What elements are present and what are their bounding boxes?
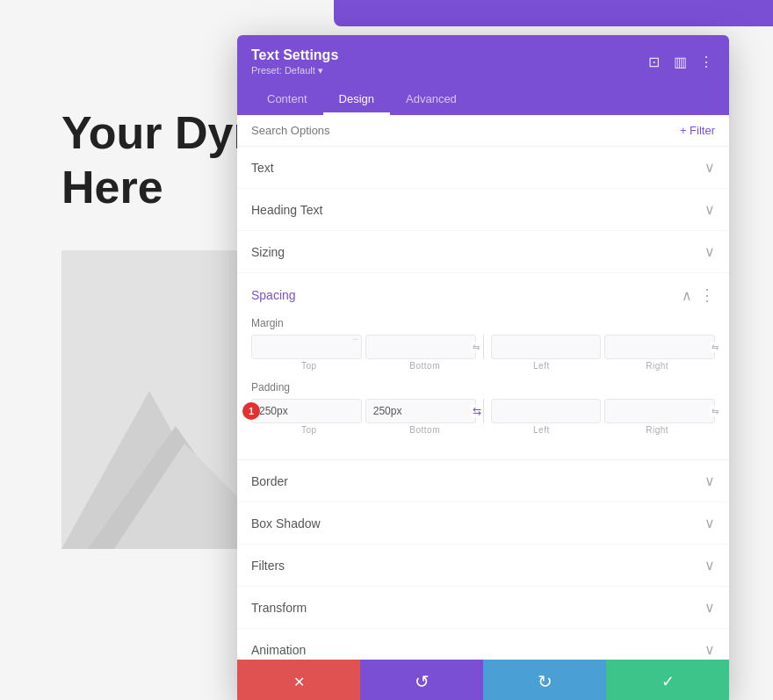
margin-bottom-label: Bottom [367, 361, 483, 371]
chevron-down-icon: ∨ [704, 243, 715, 260]
modal-header-icons: ⊡ ▥ ⋮ [645, 54, 715, 71]
chevron-down-icon: ∨ [704, 159, 715, 176]
padding-left-labels: Top Bottom [251, 425, 483, 435]
margin-right-input[interactable] [604, 335, 715, 359]
margin-bottom-input[interactable] [365, 335, 476, 359]
padding-left-wrapper [491, 399, 602, 423]
padding-bottom-input[interactable] [365, 399, 476, 423]
padding-right-wrapper [604, 399, 715, 423]
action-bar: ✕ ↺ ↻ ✓ [237, 660, 729, 700]
linked-icon[interactable]: ⇆ [471, 405, 483, 417]
redo-button[interactable]: ↻ [483, 660, 606, 700]
more-icon[interactable]: ⋮ [697, 54, 715, 71]
tab-content[interactable]: Content [251, 85, 323, 115]
padding-bottom-col-label: Bottom [367, 425, 483, 435]
padding-top-input[interactable] [251, 399, 362, 423]
margin-right-col-label: Right [599, 361, 715, 371]
padding-top-wrapper [251, 399, 362, 423]
margin-top-bottom: ⌒ ⇆ [251, 335, 476, 359]
fullscreen-icon[interactable]: ⊡ [645, 54, 662, 71]
section-heading-text[interactable]: Heading Text ∨ [237, 189, 729, 231]
save-button[interactable]: ✓ [606, 660, 729, 700]
section-box-shadow[interactable]: Box Shadow ∨ [237, 502, 729, 545]
link-icon-right: ⇆ [710, 343, 720, 352]
chevron-down-icon: ∨ [704, 473, 715, 489]
filter-button[interactable]: + Filter [680, 124, 715, 137]
modal-title: Text Settings [251, 47, 338, 63]
section-border[interactable]: Border ∨ [237, 460, 729, 502]
more-options-icon[interactable]: ⋮ [699, 285, 715, 305]
padding-link-icon: ⇆ [710, 407, 720, 416]
padding-right-labels: Left Right [484, 425, 716, 435]
margin-top-wrapper: ⌒ [251, 335, 362, 359]
margin-left-right: ⇆ [491, 335, 716, 359]
padding-col-labels: Top Bottom Left Right [251, 425, 715, 435]
hero-text: Your Dyn Here [61, 105, 261, 215]
padding-left-col-label: Left [484, 425, 600, 435]
chevron-down-icon: ∨ [704, 201, 715, 218]
chevron-down-icon: ∨ [704, 515, 715, 531]
padding-label: Padding [251, 381, 715, 393]
chevron-down-icon: ∨ [704, 641, 715, 658]
padding-left-input[interactable] [491, 399, 602, 423]
padding-bottom-wrapper [365, 399, 476, 423]
margin-right-labels: Left Right [484, 361, 716, 371]
top-bar [334, 0, 773, 26]
modal-body: + Filter Text ∨ Heading Text ∨ Sizing ∨ … [237, 115, 729, 660]
margin-left-labels: Top Bottom [251, 361, 483, 371]
margin-bottom-wrapper [365, 335, 476, 359]
padding-top-col-label: Top [251, 425, 367, 435]
section-text[interactable]: Text ∨ [237, 147, 729, 189]
margin-divider [483, 335, 484, 359]
chevron-down-icon: ∨ [704, 599, 715, 616]
margin-top-input[interactable] [251, 335, 362, 359]
chevron-up-icon: ∧ [682, 287, 692, 304]
spacing-header-right: ∧ ⋮ [682, 285, 715, 305]
modal-preset[interactable]: Preset: Default ▾ [251, 65, 338, 76]
margin-left-col-label: Left [484, 361, 600, 371]
image-placeholder [61, 250, 237, 549]
margin-col-labels: Top Bottom Left Right [251, 361, 715, 371]
corner-icon: ⌒ [351, 337, 359, 349]
margin-left-input[interactable] [491, 335, 602, 359]
split-icon[interactable]: ▥ [671, 54, 689, 71]
padding-top-bottom: 1 ⇆ [251, 399, 476, 423]
padding-left-right: ⇆ [491, 399, 716, 423]
margin-top-label: Top [251, 361, 367, 371]
section-animation[interactable]: Animation ∨ [237, 629, 729, 660]
cancel-button[interactable]: ✕ [237, 660, 360, 700]
text-settings-modal: Text Settings Preset: Default ▾ ⊡ ▥ ⋮ Co… [237, 35, 729, 700]
tab-design[interactable]: Design [323, 85, 390, 115]
search-bar: + Filter [237, 115, 729, 147]
section-sizing[interactable]: Sizing ∨ [237, 231, 729, 273]
spacing-content: Margin ⌒ ⇆ [237, 317, 729, 459]
undo-button[interactable]: ↺ [360, 660, 483, 700]
padding-right-col-label: Right [599, 425, 715, 435]
link-icon: ⇆ [471, 343, 481, 352]
section-transform[interactable]: Transform ∨ [237, 587, 729, 629]
margin-right-wrapper [604, 335, 715, 359]
tab-advanced[interactable]: Advanced [390, 85, 473, 115]
search-input[interactable] [251, 124, 680, 137]
margin-left-wrapper [491, 335, 602, 359]
chevron-down-icon: ∨ [704, 557, 715, 574]
spacing-header[interactable]: Spacing ∧ ⋮ [237, 273, 729, 317]
section-filters[interactable]: Filters ∨ [237, 545, 729, 587]
section-spacing: Spacing ∧ ⋮ Margin ⌒ ⇆ [237, 273, 729, 460]
step-badge: 1 [242, 402, 260, 420]
padding-right-input[interactable] [604, 399, 715, 423]
margin-inputs: ⌒ ⇆ ⇆ [251, 335, 715, 359]
modal-title-group: Text Settings Preset: Default ▾ [251, 47, 338, 76]
modal-tabs: Content Design Advanced [251, 85, 715, 115]
modal-title-row: Text Settings Preset: Default ▾ ⊡ ▥ ⋮ [251, 47, 715, 76]
modal-header: Text Settings Preset: Default ▾ ⊡ ▥ ⋮ Co… [237, 35, 729, 115]
padding-inputs: 1 ⇆ [251, 399, 715, 423]
margin-label: Margin [251, 317, 715, 329]
padding-divider [483, 399, 484, 423]
